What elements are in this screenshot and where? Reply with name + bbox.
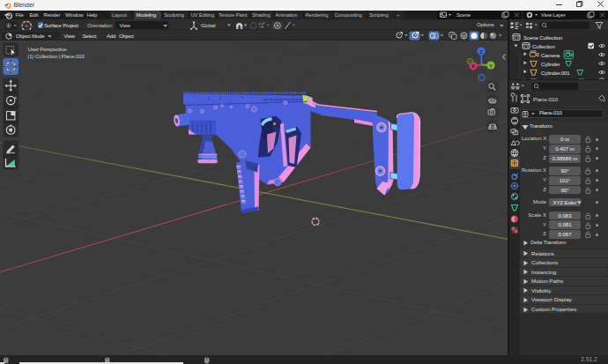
svg-text:Cylinder.001: Cylinder.001 — [541, 70, 570, 76]
svg-text:Plane.010: Plane.010 — [533, 96, 558, 102]
svg-text:Cylinder: Cylinder — [541, 61, 560, 67]
svg-text:Collection: Collection — [532, 43, 555, 49]
svg-text:Z: Z — [479, 49, 483, 55]
svg-text:(1) Collection | Plane.010: (1) Collection | Plane.010 — [28, 53, 85, 59]
svg-text:Scene Collection: Scene Collection — [523, 34, 563, 41]
svg-text:Y: Y — [489, 63, 493, 69]
svg-text:Camera: Camera — [541, 52, 560, 58]
svg-text:X: X — [471, 63, 475, 69]
svg-text:User Perspective: User Perspective — [28, 46, 68, 52]
